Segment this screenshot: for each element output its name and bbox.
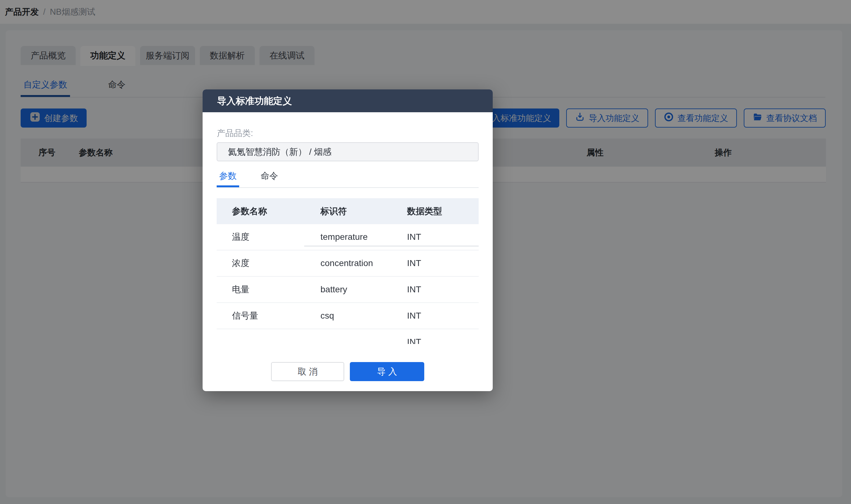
modal-table-header: 参数名称 标识符 数据类型	[217, 198, 479, 224]
cell-datatype: INT	[407, 250, 421, 276]
import-standard-modal: 导入标准功能定义 产品品类: 氦氪智慧消防（新） / 烟感 参数 命令 参数名称…	[203, 89, 493, 391]
cell-identifier: temperature	[321, 224, 368, 250]
cell-identifier: concentration	[321, 250, 373, 276]
import-button[interactable]: 导 入	[350, 362, 424, 381]
cell-param-name: 浓度	[232, 250, 250, 276]
modal-tab-commands[interactable]: 命令	[258, 170, 280, 185]
cell-param-name: 温度	[232, 224, 250, 250]
cell-datatype: INT	[407, 329, 421, 344]
modal-footer: 取 消 导 入	[203, 362, 493, 381]
table-row[interactable]: 信号量 csq INT	[217, 303, 479, 329]
modal-col-identifier: 标识符	[321, 198, 347, 224]
cell-datatype: INT	[407, 277, 421, 302]
modal-tabs: 参数 命令	[217, 170, 479, 188]
table-row[interactable]: 电量 battery INT	[217, 277, 479, 303]
table-row[interactable]: 温度 temperature INT	[217, 224, 479, 250]
table-row[interactable]: 浓度 concentration INT	[217, 250, 479, 277]
category-label: 产品品类:	[217, 128, 253, 139]
cancel-button[interactable]: 取 消	[271, 362, 344, 381]
table-row-clipped[interactable]: INT	[217, 329, 479, 344]
cell-datatype: INT	[407, 224, 421, 250]
cell-param-name: 电量	[232, 277, 250, 302]
cell-identifier: battery	[321, 277, 347, 302]
modal-col-param-name: 参数名称	[232, 198, 267, 224]
modal-param-table: 参数名称 标识符 数据类型 温度 temperature INT 浓度 conc…	[217, 198, 479, 344]
modal-tab-params[interactable]: 参数	[217, 170, 239, 187]
cell-datatype: INT	[407, 303, 421, 329]
category-input[interactable]: 氦氪智慧消防（新） / 烟感	[217, 142, 479, 161]
modal-title: 导入标准功能定义	[203, 89, 493, 112]
cell-identifier: csq	[321, 303, 334, 329]
modal-col-datatype: 数据类型	[407, 198, 442, 224]
cell-param-name: 信号量	[232, 303, 258, 329]
